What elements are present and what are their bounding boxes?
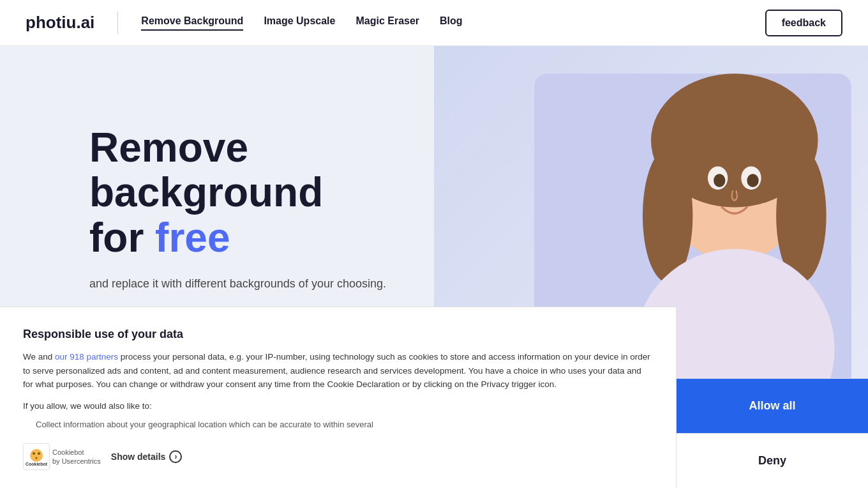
nav-blog[interactable]: Blog bbox=[440, 15, 463, 31]
cookiebot-icon: Cookiebot bbox=[23, 443, 50, 466]
svg-text:Cookiebot: Cookiebot bbox=[26, 462, 48, 466]
logo-divider bbox=[117, 11, 118, 34]
allow-all-button[interactable]: Allow all bbox=[677, 379, 868, 433]
cookie-intro: We and bbox=[23, 352, 55, 362]
logo[interactable]: photiu.ai bbox=[26, 13, 94, 33]
hero-title-free: free bbox=[155, 215, 230, 261]
svg-point-12 bbox=[30, 449, 43, 462]
hero-subtitle: and replace it with different background… bbox=[89, 275, 408, 293]
deny-button[interactable]: Deny bbox=[677, 433, 868, 466]
cookie-banner: Responsible use of your data We and our … bbox=[0, 307, 676, 466]
hero-title-line3-prefix: for bbox=[89, 215, 155, 261]
svg-point-9 bbox=[714, 174, 725, 187]
svg-point-10 bbox=[747, 174, 758, 187]
show-details-arrow-icon: › bbox=[169, 450, 182, 463]
cookie-also: If you allow, we would also like to: bbox=[23, 399, 653, 413]
cookie-footer: Cookiebot Cookiebot by Usercentrics Show… bbox=[23, 443, 653, 466]
cookie-title: Responsible use of your data bbox=[23, 328, 653, 341]
cookie-actions: Allow all Deny bbox=[676, 378, 868, 466]
cookiebot-line2: by Usercentrics bbox=[52, 457, 101, 466]
cookie-list-item: Collect information about your geographi… bbox=[36, 418, 653, 431]
svg-point-14 bbox=[38, 452, 40, 455]
nav-remove-background[interactable]: Remove Background bbox=[141, 15, 243, 31]
show-details-label: Show details bbox=[111, 452, 166, 462]
nav-magic-eraser[interactable]: Magic Eraser bbox=[355, 15, 419, 31]
cookie-overlay: Responsible use of your data We and our … bbox=[0, 307, 868, 466]
cookie-body-text: We and our 918 partners process your per… bbox=[23, 350, 653, 392]
cookie-partners-link[interactable]: our 918 partners bbox=[55, 352, 118, 362]
cookiebot-logo: Cookiebot Cookiebot by Usercentrics bbox=[23, 443, 101, 466]
nav-image-upscale[interactable]: Image Upscale bbox=[264, 15, 335, 31]
main-nav: Remove Background Image Upscale Magic Er… bbox=[141, 15, 765, 31]
svg-point-15 bbox=[36, 457, 38, 459]
hero-title-line1: Remove bbox=[89, 125, 248, 171]
cookiebot-text: Cookiebot by Usercentrics bbox=[52, 448, 101, 466]
feedback-button[interactable]: feedback bbox=[765, 10, 842, 36]
header: photiu.ai Remove Background Image Upscal… bbox=[0, 0, 868, 46]
hero-title: Remove background for free bbox=[89, 125, 408, 260]
cookiebot-svg: Cookiebot bbox=[25, 445, 48, 466]
show-details-link[interactable]: Show details › bbox=[111, 450, 183, 463]
hero-title-line2: background bbox=[89, 169, 323, 215]
svg-point-13 bbox=[33, 452, 35, 455]
cookiebot-line1: Cookiebot bbox=[52, 448, 101, 457]
